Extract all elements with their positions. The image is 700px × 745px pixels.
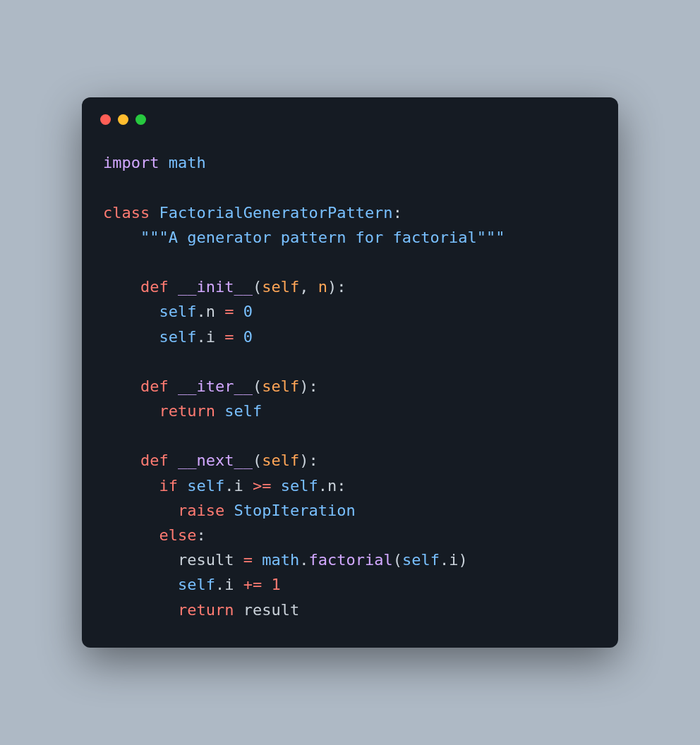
zoom-icon[interactable]	[135, 114, 146, 125]
code-line: self.n = 0	[103, 299, 597, 324]
code-token: math	[262, 551, 299, 569]
code-token: __iter__	[178, 377, 253, 395]
code-token: math	[169, 154, 206, 171]
code-token: factorial	[308, 551, 392, 569]
code-token: .	[318, 477, 327, 495]
code-token: self	[402, 551, 440, 569]
code-token: self	[159, 328, 196, 346]
code-token: result	[243, 601, 299, 619]
code-token: :	[196, 526, 205, 544]
code-token: i	[224, 576, 234, 593]
code-line: class FactorialGeneratorPattern:	[103, 200, 597, 225]
code-token: return	[159, 402, 215, 420]
code-token: self	[262, 377, 299, 395]
code-token	[234, 576, 243, 593]
code-line: return self	[103, 399, 597, 423]
code-token: __next__	[178, 452, 253, 469]
code-token	[215, 402, 224, 420]
code-token	[103, 576, 178, 593]
code-token: n	[206, 303, 215, 320]
code-token: self	[187, 477, 224, 495]
code-token	[150, 204, 159, 222]
code-token: result	[178, 551, 234, 569]
code-line: result = math.factorial(self.i)	[103, 547, 597, 572]
code-token: def	[140, 278, 169, 296]
code-token: self	[262, 278, 299, 296]
code-token: :	[393, 204, 402, 222]
code-token: self	[178, 576, 215, 593]
code-token: =	[224, 303, 234, 320]
code-token	[169, 377, 178, 395]
code-token	[178, 477, 187, 495]
code-token	[103, 502, 178, 519]
code-token: :	[337, 477, 346, 495]
code-token	[224, 502, 234, 519]
code-line: def __iter__(self):	[103, 374, 597, 399]
code-token: .	[196, 328, 205, 346]
code-line: return result	[103, 598, 597, 622]
code-line: import math	[103, 150, 597, 175]
code-token: ,	[299, 278, 318, 296]
code-token: n	[318, 278, 327, 296]
code-token: raise	[178, 502, 224, 519]
window-titlebar	[100, 114, 597, 125]
code-token: (	[393, 551, 402, 569]
code-token: .	[299, 551, 308, 569]
code-token	[103, 229, 140, 246]
code-token	[103, 377, 140, 395]
code-token: (	[253, 377, 262, 395]
code-token: def	[140, 452, 169, 469]
code-line: def __init__(self, n):	[103, 274, 597, 299]
code-token	[271, 477, 280, 495]
code-line	[103, 349, 597, 374]
code-token: .	[215, 576, 224, 593]
code-token	[159, 154, 168, 171]
code-token: 0	[243, 328, 253, 346]
code-token: StopIteration	[234, 502, 355, 519]
code-token: def	[140, 377, 169, 395]
code-token: FactorialGeneratorPattern	[159, 204, 392, 222]
code-token: i	[449, 551, 458, 569]
code-window: import math class FactorialGeneratorPatt…	[82, 97, 618, 648]
code-line: if self.i >= self.n:	[103, 473, 597, 498]
close-icon[interactable]	[100, 114, 111, 125]
code-token: =	[224, 328, 234, 346]
code-token: =	[243, 551, 253, 569]
code-line	[103, 423, 597, 448]
code-token	[234, 303, 243, 320]
code-token	[234, 328, 243, 346]
code-token: >=	[253, 477, 272, 495]
code-token: __init__	[178, 278, 253, 296]
code-token	[103, 452, 140, 469]
code-line: """A generator pattern for factorial"""	[103, 225, 597, 250]
code-token: class	[103, 204, 150, 222]
code-token: ):	[327, 278, 346, 296]
code-token: ):	[299, 452, 318, 469]
code-token	[215, 328, 224, 346]
code-token	[253, 551, 262, 569]
code-token: else	[159, 526, 196, 544]
code-token: i	[206, 328, 215, 346]
code-token: 1	[271, 576, 280, 593]
code-token	[103, 278, 140, 296]
code-token	[103, 551, 178, 569]
code-token: """A generator pattern for factorial"""	[140, 229, 505, 246]
code-token: self	[224, 402, 262, 420]
code-token: 0	[243, 303, 253, 320]
code-line: self.i = 0	[103, 325, 597, 349]
code-token: .	[440, 551, 449, 569]
code-token: self	[281, 477, 318, 495]
code-token	[169, 452, 178, 469]
code-token: )	[458, 551, 467, 569]
code-token	[103, 526, 159, 544]
code-token: (	[253, 452, 262, 469]
code-line: self.i += 1	[103, 572, 597, 597]
code-token: return	[178, 601, 234, 619]
code-token	[243, 477, 253, 495]
code-token	[169, 278, 178, 296]
code-token: self	[262, 452, 299, 469]
code-token: +=	[243, 576, 262, 593]
code-line	[103, 250, 597, 274]
minimize-icon[interactable]	[118, 114, 128, 125]
code-token	[103, 402, 159, 420]
